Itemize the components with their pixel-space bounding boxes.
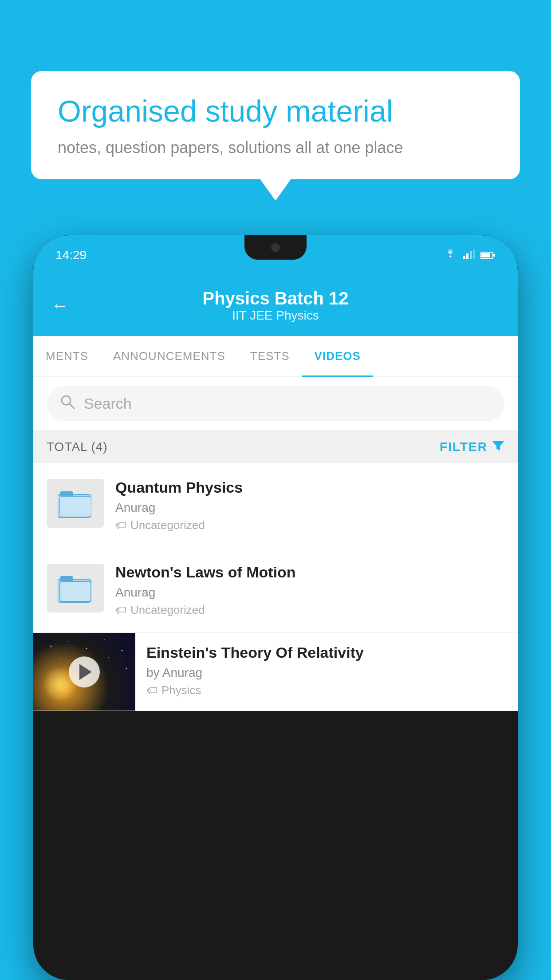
svg-point-22 [104, 639, 105, 640]
svg-rect-17 [60, 576, 73, 581]
svg-line-8 [70, 404, 74, 408]
camera [271, 243, 280, 252]
filter-button[interactable]: FILTER [440, 439, 504, 454]
search-icon [60, 394, 75, 413]
phone-notch [244, 235, 307, 260]
app-header: ← Physics Batch 12 IIT JEE Physics [33, 275, 518, 336]
folder-thumbnail-2 [47, 564, 104, 612]
svg-point-20 [68, 641, 69, 642]
folder-thumbnail-1 [47, 479, 104, 528]
tabs-bar: MENTS ANNOUNCEMENTS TESTS VIDEOS [33, 336, 518, 377]
svg-rect-6 [493, 254, 495, 257]
video-thumbnail-3 [33, 633, 135, 711]
search-placeholder[interactable]: Search [84, 395, 132, 412]
search-input-wrapper[interactable]: Search [47, 386, 504, 421]
total-count: TOTAL (4) [47, 440, 108, 454]
svg-rect-3 [473, 249, 475, 259]
phone-frame: 14:29 [33, 235, 518, 980]
video-author-3: by Anurag [146, 666, 504, 680]
signal-icon [463, 249, 475, 262]
filter-label: FILTER [440, 440, 488, 454]
filter-bar: TOTAL (4) FILTER [33, 430, 518, 463]
video-tag-3: 🏷 Physics [146, 684, 504, 697]
svg-point-21 [86, 648, 87, 649]
video-tag-2: 🏷 Uncategorized [115, 603, 504, 617]
battery-icon [480, 249, 496, 262]
tag-icon-2: 🏷 [115, 603, 127, 617]
video-info-3: Einstein's Theory Of Relativity by Anura… [146, 633, 504, 708]
tab-ments[interactable]: MENTS [33, 336, 101, 376]
svg-marker-9 [492, 441, 504, 450]
back-button[interactable]: ← [51, 296, 69, 316]
video-info-2: Newton's Laws of Motion Anurag 🏷 Uncateg… [115, 564, 504, 617]
svg-point-24 [59, 659, 60, 660]
speech-bubble-subtext: notes, question papers, solutions all at… [58, 138, 493, 157]
tab-tests[interactable]: TESTS [238, 336, 302, 376]
video-author-1: Anurag [115, 501, 504, 515]
tab-announcements[interactable]: ANNOUNCEMENTS [101, 336, 238, 376]
search-container: Search [33, 377, 518, 430]
list-item[interactable]: Newton's Laws of Motion Anurag 🏷 Uncateg… [33, 548, 518, 633]
speech-bubble-heading: Organised study material [58, 93, 493, 130]
svg-rect-18 [60, 581, 91, 601]
header-title-block: Physics Batch 12 IIT JEE Physics [82, 288, 469, 323]
video-title-1: Quantum Physics [115, 479, 504, 496]
video-info-1: Quantum Physics Anurag 🏷 Uncategorized [115, 479, 504, 532]
status-icons [443, 249, 496, 262]
content-area: Quantum Physics Anurag 🏷 Uncategorized [33, 463, 518, 711]
svg-rect-2 [470, 251, 472, 259]
video-author-2: Anurag [115, 585, 504, 600]
svg-rect-14 [60, 497, 91, 517]
batch-title: Physics Batch 12 [82, 288, 469, 308]
folder-icon [58, 486, 93, 521]
svg-rect-0 [463, 256, 465, 259]
svg-point-23 [122, 650, 123, 652]
tag-icon-3: 🏷 [146, 684, 158, 697]
wifi-icon [443, 249, 457, 262]
video-title-2: Newton's Laws of Motion [115, 564, 504, 581]
video-tag-1: 🏷 Uncategorized [115, 518, 504, 532]
svg-rect-1 [466, 253, 468, 259]
svg-point-25 [108, 657, 109, 658]
svg-rect-5 [481, 253, 490, 257]
status-bar: 14:29 [33, 235, 518, 275]
list-item[interactable]: Quantum Physics Anurag 🏷 Uncategorized [33, 463, 518, 548]
svg-point-26 [126, 668, 127, 669]
svg-point-19 [51, 646, 52, 647]
tag-icon-1: 🏷 [115, 518, 127, 532]
filter-icon [492, 439, 504, 454]
svg-rect-12 [60, 491, 73, 497]
video-title-3: Einstein's Theory Of Relativity [146, 644, 504, 661]
list-item[interactable]: Einstein's Theory Of Relativity by Anura… [33, 633, 518, 711]
batch-subtitle: IIT JEE Physics [82, 308, 469, 323]
tab-videos[interactable]: VIDEOS [302, 336, 373, 376]
status-time: 14:29 [55, 248, 87, 262]
speech-bubble: Organised study material notes, question… [31, 71, 520, 179]
folder-icon [58, 570, 93, 606]
